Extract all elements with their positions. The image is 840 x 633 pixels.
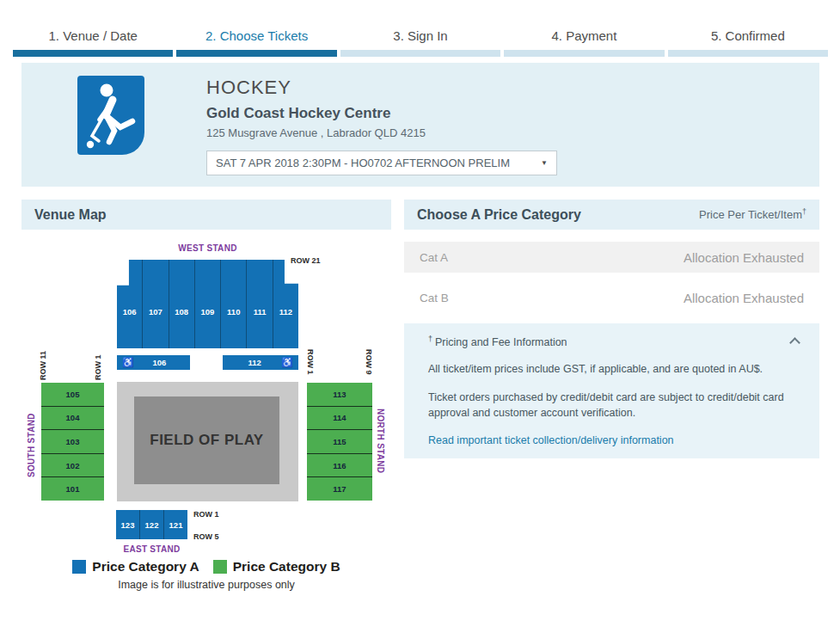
pricing-info-title: †Pricing and Fee Information: [428, 335, 567, 348]
field-of-play: FIELD OF PLAY: [134, 396, 279, 484]
step-label: 1. Venue / Date: [48, 28, 137, 43]
map-section-121: 121: [163, 510, 187, 539]
step-label: 5. Confirmed: [711, 28, 785, 43]
category-name: Cat A: [420, 251, 448, 264]
map-disclaimer: Image is for illustrative purposes only: [21, 579, 391, 591]
map-section-113: 113: [307, 383, 372, 406]
checkout-steps: 1. Venue / Date 2. Choose Tickets 3. Sig…: [13, 26, 828, 57]
category-row-cat-b[interactable]: Cat B Allocation Exhausted: [404, 282, 819, 313]
step-progress-bar: [668, 50, 828, 57]
session-dropdown-value: SAT 7 APR 2018 2:30PM - HO0702 AFTERNOON…: [216, 157, 510, 169]
map-section-105: 105: [41, 383, 104, 406]
step-payment[interactable]: 4. Payment: [504, 26, 664, 57]
accessible-seating-112: 112 ♿: [223, 355, 298, 370]
collapse-chevron-icon[interactable]: [789, 337, 800, 348]
venue-map-header: Venue Map: [21, 200, 391, 230]
price-category-title: Choose A Price Category: [417, 207, 581, 223]
north-stand: 113 114 115 116 117: [307, 383, 372, 501]
south-stand: 105 104 103 102 101: [41, 383, 104, 501]
category-row-cat-a[interactable]: Cat A Allocation Exhausted: [404, 242, 819, 273]
map-section-115: 115: [307, 429, 372, 453]
step-choose-tickets[interactable]: 2. Choose Tickets: [176, 26, 336, 57]
step-confirmed[interactable]: 5. Confirmed: [668, 26, 828, 57]
category-a-swatch-icon: [72, 560, 86, 574]
step-progress-bar: [13, 50, 173, 57]
category-status: Allocation Exhausted: [684, 291, 804, 305]
north-stand-row1-label: ROW 1: [306, 349, 315, 380]
delivery-info-link[interactable]: Read important ticket collection/deliver…: [428, 434, 674, 446]
accessible-seating-106: ♿ 106: [117, 355, 190, 370]
wheelchair-icon: ♿: [122, 357, 134, 368]
south-stand-row1-label: ROW 1: [94, 349, 102, 380]
event-header-panel: HOCKEY Gold Coast Hockey Centre 125 Musg…: [21, 63, 819, 187]
map-section-110: 110: [220, 260, 246, 348]
north-stand-label: NORTH STAND: [376, 409, 385, 477]
dagger-icon: †: [802, 207, 806, 216]
east-stand-row5-label: ROW 5: [193, 532, 219, 541]
map-section-111: 111: [246, 260, 272, 348]
map-section-122: 122: [139, 510, 163, 539]
hockey-pictogram-icon: [77, 76, 144, 155]
legend-category-a: Price Category A: [72, 559, 199, 575]
west-stand: 106 107 108 109 110 111 112: [117, 260, 298, 348]
category-name: Cat B: [420, 292, 449, 304]
category-status: Allocation Exhausted: [684, 250, 804, 265]
west-stand-label: WEST STAND: [117, 243, 298, 253]
sport-title: HOCKEY: [206, 77, 557, 99]
map-section-117: 117: [307, 476, 372, 501]
map-section-106: 106: [117, 260, 142, 348]
step-label: 2. Choose Tickets: [205, 28, 308, 43]
north-stand-row9-label: ROW 9: [365, 349, 373, 380]
wheelchair-icon: ♿: [281, 357, 293, 368]
step-sign-in[interactable]: 3. Sign In: [340, 26, 500, 57]
east-stand-row1-label: ROW 1: [193, 510, 219, 519]
map-section-101: 101: [41, 476, 104, 501]
east-stand-label: EAST STAND: [116, 544, 187, 554]
field-surround: FIELD OF PLAY: [117, 382, 298, 501]
west-stand-row-label: ROW 21: [291, 256, 321, 265]
pricing-info-line2: Ticket orders purchased by credit/debit …: [428, 390, 798, 421]
venue-address: 125 Musgrave Avenue , Labrador QLD 4215: [206, 126, 557, 139]
venue-map-title: Venue Map: [34, 207, 107, 223]
map-section-103: 103: [41, 429, 104, 453]
map-section-102: 102: [41, 453, 104, 477]
step-progress-bar: [340, 50, 500, 57]
map-section-104: 104: [41, 406, 104, 430]
step-progress-bar: [504, 50, 664, 57]
map-section-112: 112: [273, 260, 298, 348]
price-category-legend: Price Category A Price Category B: [21, 559, 391, 575]
map-section-123: 123: [116, 510, 139, 539]
price-category-header: Choose A Price Category Price Per Ticket…: [404, 200, 819, 230]
caret-down-icon: ▼: [541, 159, 548, 167]
session-dropdown[interactable]: SAT 7 APR 2018 2:30PM - HO0702 AFTERNOON…: [206, 151, 557, 175]
east-stand: 123 122 121: [116, 510, 187, 539]
category-b-swatch-icon: [213, 560, 227, 574]
venue-name: Gold Coast Hockey Centre: [206, 105, 557, 122]
map-section-114: 114: [307, 406, 372, 430]
step-progress-bar: [176, 50, 336, 57]
dagger-icon: †: [428, 335, 432, 343]
map-section-109: 109: [194, 260, 220, 348]
legend-category-b: Price Category B: [213, 559, 340, 575]
map-section-116: 116: [307, 453, 372, 477]
step-label: 4. Payment: [551, 28, 616, 43]
pricing-info-line1: All ticket/item prices include GST, if a…: [428, 361, 798, 377]
map-section-108: 108: [169, 260, 194, 348]
step-venue-date[interactable]: 1. Venue / Date: [13, 26, 173, 57]
ticket-purchase-page: 1. Venue / Date 2. Choose Tickets 3. Sig…: [0, 0, 840, 633]
south-stand-row11-label: ROW 11: [39, 349, 47, 380]
south-stand-label: SOUTH STAND: [27, 409, 36, 477]
pricing-info-panel: †Pricing and Fee Information All ticket/…: [404, 323, 819, 458]
map-section-107: 107: [142, 260, 168, 348]
price-per-ticket-label: Price Per Ticket/Item†: [699, 207, 806, 221]
step-label: 3. Sign In: [393, 28, 447, 43]
venue-map: WEST STAND ROW 21 106 107 108 109 110 11…: [21, 230, 391, 608]
